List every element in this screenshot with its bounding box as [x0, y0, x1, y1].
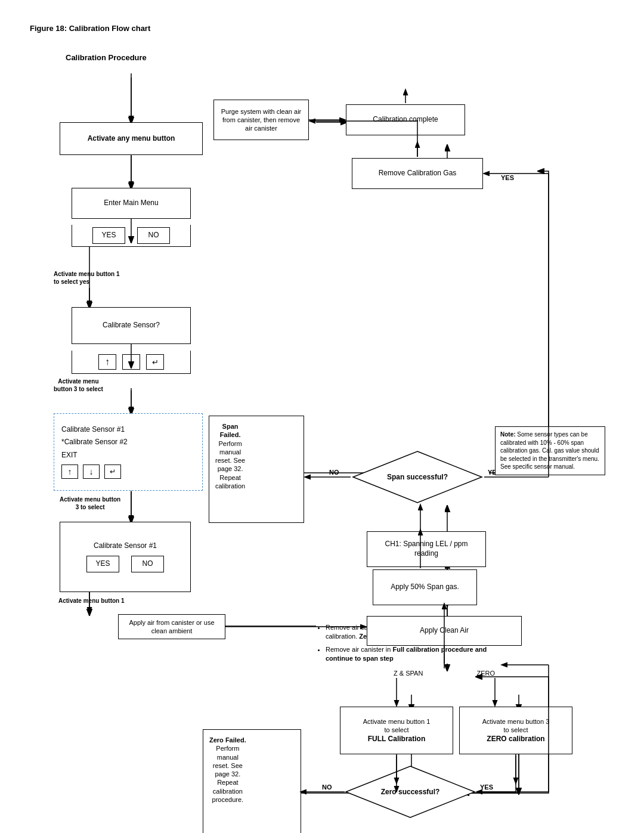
activate-full-cal-box: Activate menu button 1to select FULL Cal…	[340, 707, 453, 754]
purge-system-box: Purge system with clean air from caniste…	[213, 100, 309, 140]
span-successful-diamond: Span successful?	[352, 450, 483, 504]
no-zero-label: NO	[322, 783, 332, 791]
calibrate-sensor-1-final: Calibrate Sensor #1 YES NO	[60, 522, 191, 592]
activate-menu-button-box: Activate any menu button	[60, 122, 203, 155]
down-btn-2: ↓	[83, 465, 100, 479]
no-span-label: NO	[329, 468, 339, 476]
zero-successful-diamond: Zero successful?	[345, 765, 476, 819]
calibrate-sensor-buttons: ↑ ↓ ↵	[72, 351, 191, 374]
z-span-zero-labels: Z & SPAN ZERO	[367, 670, 522, 677]
figure-title: Figure 18: Calibration Flow chart	[30, 24, 614, 33]
yes-span-label: YES	[501, 174, 514, 182]
enter-main-menu-box: Enter Main Menu	[72, 188, 191, 219]
yes-btn-2: YES	[86, 556, 119, 572]
exit-label: EXIT	[61, 451, 78, 460]
calibrate-s1-final-label: Calibrate Sensor #1	[94, 541, 157, 551]
ch1-spanning-box: CH1: Spanning LEL / ppm reading	[367, 531, 486, 567]
z-span-label: Z & SPAN	[394, 670, 423, 677]
calibrate-sensor-q-box: Calibrate Sensor?	[72, 307, 191, 344]
enter-btn-2: ↵	[104, 465, 121, 479]
span-successful-label: Span successful?	[375, 473, 460, 481]
zero-successful-label: Zero successful?	[369, 788, 452, 796]
up-btn-2: ↑	[61, 465, 78, 479]
apply-air-box: Apply air from canister or use clean amb…	[118, 614, 225, 639]
activate-zero-cal-box: Activate menu button 3to select ZERO cal…	[459, 707, 572, 754]
zero-cal-arrow	[459, 754, 572, 790]
note-box: Note: Some sensor types can be calibrate…	[495, 426, 605, 475]
activate-3-select-label: Activate menu button3 to select	[60, 496, 120, 511]
yes-zero-label: YES	[480, 783, 493, 791]
apply-50-span-box: Apply 50% Span gas.	[373, 569, 477, 605]
activate-label-1: Activate menu button 1to select yes	[54, 270, 120, 286]
zero-label: ZERO	[476, 670, 495, 677]
activate-menu-1-label: Activate menu button 1	[58, 597, 125, 605]
calibrate-s2-label: *Calibrate Sensor #2	[61, 438, 128, 447]
zero-failed-box: Zero Failed.Performmanualreset. Seepage …	[203, 729, 301, 833]
enter-btn: ↵	[146, 354, 164, 370]
calibration-complete-box: Calibration complete	[346, 104, 465, 135]
calibrate-s1-label: Calibrate Sensor #1	[61, 425, 125, 435]
calibration-procedure-label: Calibration Procedure	[66, 53, 147, 63]
dashed-sensor-box: Calibrate Sensor #1 *Calibrate Sensor #2…	[54, 413, 203, 491]
no-btn-2: NO	[131, 556, 164, 572]
apply-clean-air-box: Apply Clean Air	[367, 616, 522, 646]
down-arrow-btn: ↓	[122, 354, 140, 370]
remove-cal-gas-box: Remove Calibration Gas	[352, 158, 483, 189]
no-btn-1: NO	[137, 227, 170, 244]
activate-menu-3-label: Activate menubutton 3 to select	[54, 377, 103, 393]
yes-btn-1: YES	[92, 227, 125, 244]
up-arrow-btn: ↑	[98, 354, 116, 370]
span-failed-box: SpanFailed.Performmanualreset. Seepage 3…	[209, 416, 304, 523]
